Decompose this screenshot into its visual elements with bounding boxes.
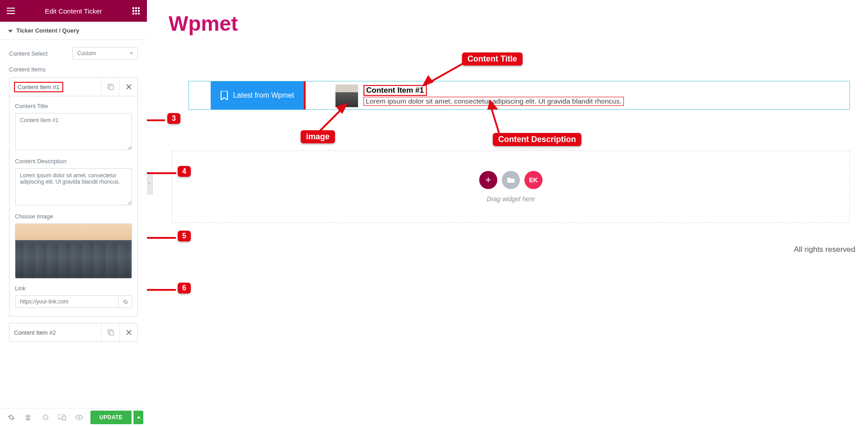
svg-rect-14: [62, 416, 66, 420]
svg-rect-3: [132, 10, 134, 12]
image-picker[interactable]: [15, 223, 132, 279]
annotation-image: image: [301, 130, 335, 143]
caret-down-icon: [8, 27, 13, 34]
content-description-input[interactable]: [15, 168, 132, 205]
content-items-label: Content Items: [9, 66, 138, 73]
link-input[interactable]: [15, 295, 118, 308]
section-title: Ticker Content / Query: [16, 27, 79, 34]
bookmark-icon: [220, 91, 228, 100]
duplicate-item-button[interactable]: [101, 78, 119, 96]
ticker-badge: Latest from Wpmet: [211, 81, 304, 109]
annotation-content-title: Content Title: [462, 52, 523, 66]
svg-rect-7: [135, 13, 137, 14]
navigator-icon[interactable]: [21, 410, 36, 425]
widget-dropzone[interactable]: + EK Drag widget here: [172, 151, 850, 223]
link-options-button[interactable]: [118, 295, 132, 308]
ticker-image: [335, 85, 358, 107]
update-options-button[interactable]: [133, 411, 143, 424]
content-description-label: Content Description: [15, 158, 132, 165]
annotation-content-description: Content Description: [493, 133, 581, 146]
menu-icon[interactable]: [5, 5, 17, 17]
repeater-item-1-panel: Content Title Content Description Choose…: [9, 96, 138, 317]
footer-note: All rights reserved: [794, 245, 855, 254]
svg-rect-4: [135, 10, 137, 12]
ticker-description: Lorem ipsum dolor sit amet, consectetur …: [363, 97, 624, 106]
settings-icon[interactable]: [4, 410, 19, 425]
collapse-sidebar-handle[interactable]: ‹: [147, 172, 153, 194]
dropzone-hint: Drag widget here: [487, 195, 535, 203]
annotation-3: 3: [167, 113, 180, 124]
repeater-item-1-title: Content Item #1: [14, 82, 63, 92]
annotation-6: 6: [178, 283, 191, 293]
responsive-icon[interactable]: [55, 410, 70, 425]
svg-rect-12: [109, 331, 113, 335]
widgets-grid-icon[interactable]: [130, 5, 142, 17]
preview-canvas: ‹ Wpmet Latest from Wpmet Content Item #…: [147, 0, 868, 426]
ticker-title: Content Item #1: [363, 85, 427, 96]
update-button[interactable]: UPDATE: [90, 411, 132, 424]
svg-rect-1: [135, 7, 137, 9]
repeater-item-2-header[interactable]: Content Item #2: [9, 323, 138, 342]
sidebar-footer: UPDATE: [0, 408, 147, 426]
svg-rect-10: [109, 85, 113, 90]
editor-sidebar: Edit Content Ticker Ticker Content / Que…: [0, 0, 147, 426]
content-select-label: Content Select: [9, 50, 47, 57]
content-ticker-widget[interactable]: Latest from Wpmet Content Item #1 Lorem …: [189, 81, 850, 110]
add-section-button[interactable]: +: [479, 171, 497, 189]
section-toggle-ticker-content[interactable]: Ticker Content / Query: [0, 22, 147, 40]
remove-item-button[interactable]: [119, 78, 137, 96]
svg-rect-6: [132, 13, 134, 14]
duplicate-item-button[interactable]: [101, 323, 119, 341]
sidebar-title: Edit Content Ticker: [45, 7, 102, 15]
history-icon[interactable]: [38, 410, 53, 425]
svg-rect-8: [138, 13, 140, 14]
svg-rect-5: [138, 10, 140, 12]
preview-icon[interactable]: [71, 410, 87, 425]
content-title-input[interactable]: [15, 113, 132, 150]
svg-line-26: [319, 107, 344, 132]
link-label: Link: [15, 285, 132, 292]
annotation-5: 5: [178, 231, 191, 241]
remove-item-button[interactable]: [119, 323, 137, 341]
page-heading: Wpmet: [169, 11, 868, 36]
elementskit-button[interactable]: EK: [524, 171, 542, 189]
choose-image-label: Choose Image: [15, 213, 132, 220]
content-select-dropdown[interactable]: Custom: [72, 47, 138, 60]
sidebar-header: Edit Content Ticker: [0, 0, 147, 22]
svg-rect-2: [138, 7, 140, 9]
content-title-label: Content Title: [15, 103, 132, 109]
sidebar-body: Content Select Custom Content Items Cont…: [0, 40, 147, 408]
repeater-item-1-header[interactable]: Content Item #1: [9, 77, 138, 96]
add-template-button[interactable]: [502, 171, 520, 189]
repeater-item-2-title: Content Item #2: [14, 329, 56, 336]
svg-rect-0: [132, 7, 134, 9]
svg-point-15: [78, 417, 80, 418]
